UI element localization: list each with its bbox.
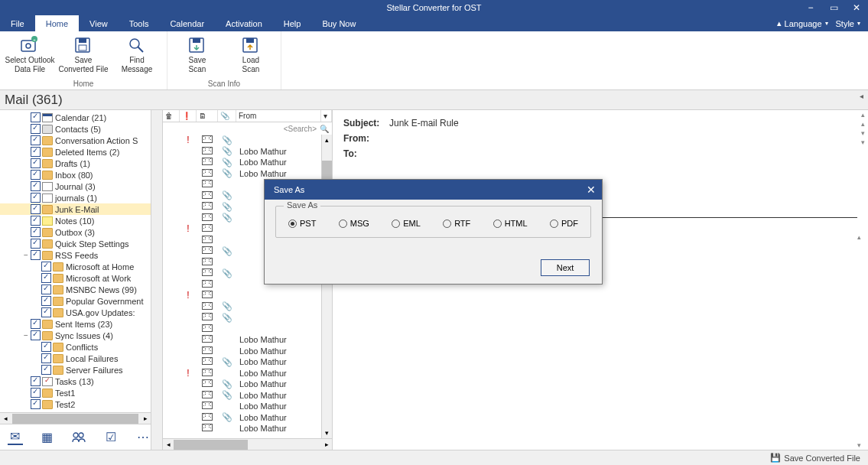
checkbox[interactable]: [41, 307, 51, 317]
message-row[interactable]: Lobo Mathur: [163, 334, 321, 346]
message-row[interactable]: 📎Lobo Mathur: [163, 168, 321, 180]
col-from[interactable]: From: [236, 110, 321, 122]
scroll-up-icon[interactable]: ▴: [322, 135, 332, 145]
tree-item[interactable]: Microsoft at Work: [0, 272, 151, 284]
checkbox[interactable]: [31, 158, 41, 168]
tree-item[interactable]: Contacts (5): [0, 123, 151, 135]
tree-item[interactable]: Inbox (80): [0, 169, 151, 180]
msglist-hscrollbar[interactable]: ◂ ▸: [163, 438, 332, 450]
col-scroll[interactable]: ▾: [321, 110, 332, 122]
radio-msg[interactable]: MSG: [339, 219, 369, 228]
radio-html[interactable]: HTML: [493, 219, 528, 228]
radio-pst[interactable]: PST: [288, 219, 316, 228]
checkbox[interactable]: [31, 227, 41, 237]
preview-mid-up-icon[interactable]: ▴: [857, 232, 861, 242]
dialog-close-button[interactable]: ✕: [587, 184, 596, 196]
tree-item[interactable]: Conversation Action S: [0, 135, 151, 146]
col-importance[interactable]: ❗: [180, 110, 197, 122]
language-dropdown-icon[interactable]: ▾: [825, 20, 828, 27]
nav-tasks-icon[interactable]: ☑: [103, 430, 119, 445]
minimize-button[interactable]: −: [799, 0, 822, 15]
nav-mail-icon[interactable]: ✉: [8, 430, 23, 445]
menu-view[interactable]: View: [79, 15, 119, 31]
scroll-right-icon[interactable]: ▸: [321, 441, 332, 448]
checkbox[interactable]: [31, 112, 41, 122]
checkbox[interactable]: [31, 147, 41, 157]
tree-item[interactable]: Server Failures: [0, 364, 151, 376]
nav-more-icon[interactable]: ⋯: [135, 430, 151, 445]
message-row[interactable]: Lobo Mathur: [163, 423, 321, 434]
menu-calendar[interactable]: Calendar: [159, 15, 215, 31]
scroll-left-icon[interactable]: ◂: [163, 441, 174, 448]
tree-hscrollbar[interactable]: ◂ ▸: [0, 412, 151, 424]
menu-activation[interactable]: Activation: [215, 15, 273, 31]
style-menu[interactable]: Style: [836, 19, 854, 28]
tree-item[interactable]: MSNBC News (99): [0, 284, 151, 295]
checkbox[interactable]: [31, 376, 41, 386]
preview-scroll-up2-icon[interactable]: ▴: [857, 119, 868, 128]
checkbox[interactable]: [41, 262, 51, 272]
tree-item[interactable]: Outbox (3): [0, 226, 151, 238]
tree-item[interactable]: Deleted Items (2): [0, 146, 151, 158]
menu-buy-now[interactable]: Buy Now: [311, 15, 366, 31]
checkbox[interactable]: [41, 296, 51, 306]
tree-item[interactable]: Sent Items (23): [0, 318, 151, 330]
load-scan-button[interactable]: LoadScan: [226, 34, 276, 74]
tree-item[interactable]: Drafts (1): [0, 158, 151, 169]
tree-item[interactable]: Junk E-Mail: [0, 203, 151, 215]
scroll-left-icon[interactable]: ◂: [0, 415, 11, 422]
tree-item[interactable]: USA.gov Updates:: [0, 307, 151, 318]
scroll-right-icon[interactable]: ▸: [140, 415, 151, 422]
checkbox[interactable]: [31, 216, 41, 226]
checkbox[interactable]: [41, 273, 51, 283]
tree-item[interactable]: Calendar (21): [0, 112, 151, 123]
message-row[interactable]: !Lobo Mathur: [163, 368, 321, 379]
checkbox[interactable]: [31, 170, 41, 180]
collapse-ribbon-icon[interactable]: ▴: [777, 18, 782, 28]
menu-help[interactable]: Help: [273, 15, 312, 31]
message-row[interactable]: 📎Lobo Mathur: [163, 379, 321, 390]
message-row[interactable]: Lobo Mathur: [163, 401, 321, 412]
tree-item[interactable]: Popular Government: [0, 295, 151, 307]
radio-eml[interactable]: EML: [392, 219, 421, 228]
nav-people-icon[interactable]: [72, 430, 87, 445]
message-row[interactable]: !📎: [163, 135, 321, 146]
message-row[interactable]: Lobo Mathur: [163, 346, 321, 357]
checkbox[interactable]: [31, 399, 41, 409]
menu-tools[interactable]: Tools: [119, 15, 160, 31]
message-search[interactable]: <Search> 🔍: [163, 122, 332, 135]
checkbox[interactable]: [31, 239, 41, 249]
save-status-icon[interactable]: 💾: [770, 453, 781, 463]
tree-item[interactable]: journals (1): [0, 192, 151, 203]
col-delete[interactable]: 🗑: [163, 110, 180, 122]
checkbox[interactable]: [31, 124, 41, 134]
maximize-button[interactable]: ▭: [822, 0, 845, 15]
preview-scroll-down-icon[interactable]: ▾: [857, 128, 868, 138]
preview-bottom-down-icon[interactable]: ▾: [857, 441, 861, 450]
tree-item[interactable]: Microsoft at Home: [0, 261, 151, 272]
checkbox[interactable]: [41, 342, 51, 352]
checkbox[interactable]: [41, 353, 51, 363]
checkbox[interactable]: [31, 388, 41, 398]
checkbox[interactable]: [31, 181, 41, 191]
tree-item[interactable]: Conflicts: [0, 341, 151, 353]
checkbox[interactable]: [41, 365, 51, 375]
message-row[interactable]: 📎Lobo Mathur: [163, 157, 321, 168]
status-save-label[interactable]: Save Converted File: [784, 454, 860, 463]
message-row[interactable]: [163, 324, 321, 335]
save-converted-file-button[interactable]: SaveConverted File: [58, 34, 109, 74]
radio-pdf[interactable]: PDF: [550, 219, 578, 228]
message-row[interactable]: !: [163, 290, 321, 301]
tree-item[interactable]: −RSS Feeds: [0, 249, 151, 261]
message-row[interactable]: 📎Lobo Mathur: [163, 412, 321, 424]
expand-icon[interactable]: −: [21, 251, 31, 259]
message-row[interactable]: 📎Lobo Mathur: [163, 356, 321, 368]
preview-scroll-down2-icon[interactable]: ▾: [857, 138, 868, 147]
collapse-tree-icon[interactable]: ◂: [860, 92, 863, 100]
tree-item[interactable]: Test1: [0, 387, 151, 398]
menu-home[interactable]: Home: [35, 15, 79, 31]
preview-scroll-up-icon[interactable]: ▴: [857, 110, 868, 119]
checkbox[interactable]: [31, 135, 41, 145]
language-menu[interactable]: Language: [785, 19, 822, 28]
message-row[interactable]: 📎: [163, 312, 321, 324]
